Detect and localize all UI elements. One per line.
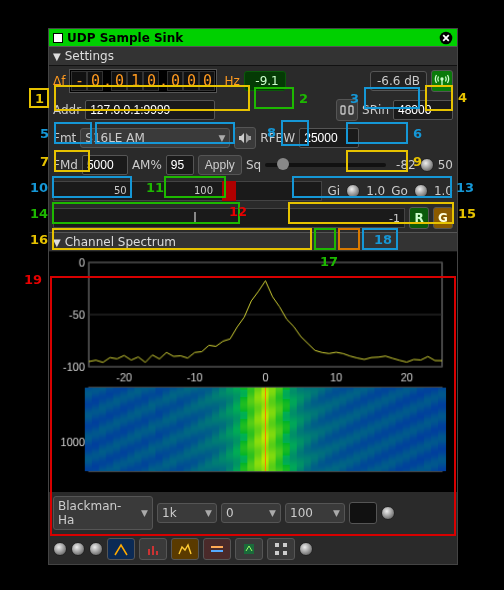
annot-19: 19 — [22, 272, 44, 287]
go-knob[interactable] — [414, 184, 428, 198]
rfbw-input[interactable] — [299, 128, 359, 148]
squelch-slider[interactable] — [265, 163, 386, 167]
spectrum-toolbar-2 — [49, 534, 457, 564]
rfbw-label: RFBW — [260, 131, 295, 145]
ampct-input[interactable] — [166, 155, 194, 175]
freq-digit[interactable]: 0 — [87, 71, 103, 91]
main-panel: UDP Sample Sink ▼ Settings Δf - 0 . 0 1 … — [48, 28, 458, 565]
annot-15: 15 — [456, 206, 478, 221]
svg-rect-6 — [156, 551, 158, 555]
svg-rect-7 — [211, 546, 223, 548]
fmt-label: Fmt — [53, 131, 76, 145]
freq-digit[interactable]: 0 — [111, 71, 127, 91]
display-mode-max-hold-icon[interactable] — [171, 538, 199, 560]
display-mode-3d-icon[interactable] — [235, 538, 263, 560]
freq-digit[interactable]: 0 — [167, 71, 183, 91]
display-mode-waterfall-icon[interactable] — [203, 538, 231, 560]
fft-size-selected: 1k — [162, 506, 177, 520]
chevron-down-icon: ▼ — [141, 508, 148, 518]
freq-digit-sep: . — [103, 71, 111, 91]
srin-link-icon[interactable] — [336, 99, 358, 121]
row-freq: Δf - 0 . 0 1 0 . 0 0 0 Hz -9.1 -6.6 dB — [49, 66, 457, 96]
intensity-knob[interactable] — [381, 506, 395, 520]
fmt-selected: S16LE AM — [85, 131, 145, 145]
annot-14: 14 — [28, 206, 50, 221]
mono-stereo-icon[interactable] — [234, 127, 256, 149]
svg-rect-3 — [349, 106, 353, 114]
settings-header[interactable]: ▼ Settings — [49, 46, 457, 66]
ruler-a: 50 — [114, 185, 127, 196]
ruler-b: 100 — [194, 185, 213, 196]
row-addr: Addr SRin — [49, 96, 457, 124]
freq-unit-label: Hz — [224, 74, 239, 88]
row-fmd: FMd AM% Apply Sq -82 50 — [49, 152, 457, 178]
antenna-icon[interactable] — [431, 70, 453, 92]
window-titlebar[interactable]: UDP Sample Sink — [49, 29, 457, 46]
ref-select[interactable]: 100▼ — [285, 503, 345, 523]
svg-rect-13 — [283, 551, 287, 555]
go-label: Go — [391, 184, 408, 198]
knob-d[interactable] — [299, 542, 313, 556]
fft-size-select[interactable]: 1k▼ — [157, 503, 217, 523]
grid-toggle-icon[interactable] — [267, 538, 295, 560]
delta-f-label: Δf — [53, 74, 65, 88]
sq-label: Sq — [246, 158, 261, 172]
srin-label: SRin — [362, 103, 389, 117]
avg-selected: 0 — [226, 506, 234, 520]
ampct-label: AM% — [132, 158, 162, 172]
chevron-down-icon: ▼ — [269, 508, 276, 518]
level-value: -1 — [389, 212, 400, 225]
freq-digit[interactable]: 0 — [183, 71, 199, 91]
freq-digit-sep: . — [159, 71, 167, 91]
avg-select[interactable]: 0▼ — [221, 503, 281, 523]
ruler-cursor[interactable] — [222, 181, 236, 201]
spectrum-toolbar-1: Blackman-Ha▼ 1k▼ 0▼ 100▼ — [49, 492, 457, 534]
gi-knob[interactable] — [346, 184, 360, 198]
spectrum-header[interactable]: ▼ Channel Spectrum — [49, 232, 457, 252]
svg-rect-4 — [148, 549, 150, 555]
display-mode-histogram-icon[interactable] — [139, 538, 167, 560]
sq-right-value: 50 — [438, 158, 453, 172]
gi-value: 1.0 — [366, 184, 385, 198]
close-icon[interactable] — [439, 31, 453, 45]
fmd-input[interactable] — [82, 155, 128, 175]
apply-button[interactable]: Apply — [198, 155, 242, 175]
window-fn-selected: Blackman-Ha — [58, 499, 137, 527]
position-ruler[interactable]: 50 100 — [53, 181, 322, 201]
window-title: UDP Sample Sink — [67, 31, 183, 45]
addr-input[interactable] — [85, 100, 215, 120]
window-fn-select[interactable]: Blackman-Ha▼ — [53, 496, 153, 530]
spectrum-display — [49, 252, 457, 492]
fmt-select[interactable]: S16LE AM ▼ — [80, 128, 230, 148]
freq-digit[interactable]: 0 — [143, 71, 159, 91]
srin-input[interactable] — [393, 100, 453, 120]
color-swatch[interactable] — [349, 502, 377, 524]
annot-1: 1 — [33, 91, 46, 106]
chevron-down-icon: ▼ — [205, 508, 212, 518]
r-button[interactable]: R — [409, 207, 429, 229]
input-level-readout: -9.1 — [244, 71, 286, 91]
freq-digit[interactable]: 1 — [127, 71, 143, 91]
chevron-down-icon: ▼ — [218, 133, 225, 143]
g-button[interactable]: G — [433, 207, 453, 229]
sq-knob[interactable] — [420, 158, 434, 172]
freq-digit[interactable]: 0 — [199, 71, 215, 91]
window-menu-icon[interactable] — [53, 33, 63, 43]
ref-selected: 100 — [290, 506, 313, 520]
knob-a[interactable] — [53, 542, 67, 556]
svg-rect-12 — [275, 551, 279, 555]
knob-b[interactable] — [71, 542, 85, 556]
chevron-down-icon: ▼ — [53, 237, 61, 248]
annot-16: 16 — [28, 232, 50, 247]
svg-rect-2 — [341, 106, 345, 114]
svg-point-1 — [441, 78, 443, 80]
chevron-down-icon: ▼ — [53, 51, 61, 62]
display-mode-spectrum-icon[interactable] — [107, 538, 135, 560]
svg-rect-11 — [283, 543, 287, 547]
freq-digit[interactable]: - — [71, 71, 87, 91]
freq-digit-group[interactable]: - 0 . 0 1 0 . 0 0 0 — [69, 69, 217, 93]
output-level-readout: -6.6 dB — [370, 71, 427, 91]
svg-rect-8 — [211, 550, 223, 552]
row-fmt: Fmt S16LE AM ▼ RFBW — [49, 124, 457, 152]
knob-c[interactable] — [89, 542, 103, 556]
